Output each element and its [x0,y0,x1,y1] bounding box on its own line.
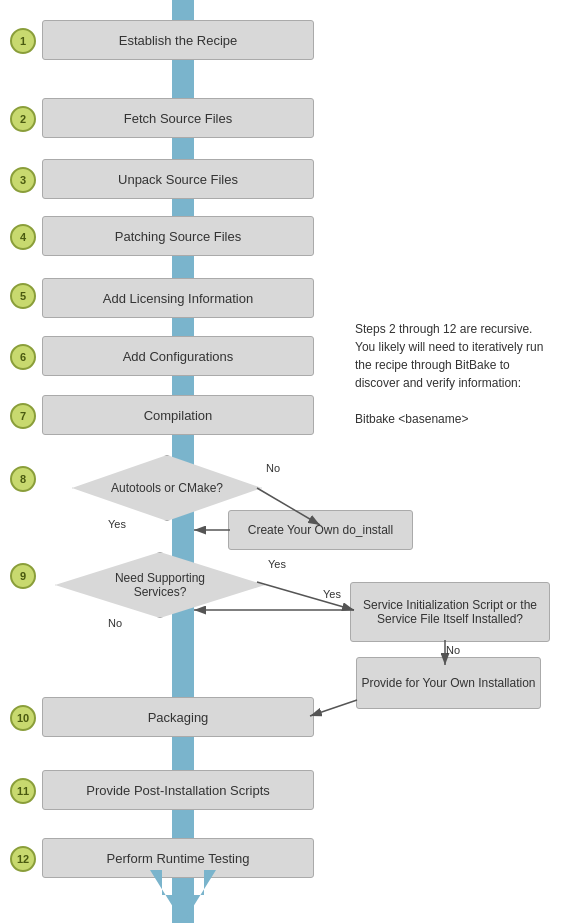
svg-line-6 [310,700,357,716]
step-circle-6: 6 [10,344,36,370]
provide-install-box: Provide for Your Own Installation [356,657,541,709]
step-circle-5: 5 [10,283,36,309]
yes-label-9: Yes [268,558,286,570]
note-box: Steps 2 through 12 are recursive. You li… [355,320,555,428]
no-label-9: No [108,617,122,629]
step-box-2: Fetch Source Files [42,98,314,138]
step-circle-2: 2 [10,106,36,132]
step-circle-3: 3 [10,167,36,193]
no-label-service: No [446,644,460,656]
step-box-6: Add Configurations [42,336,314,376]
step-box-7: Compilation [42,395,314,435]
no-label-8: No [266,462,280,474]
step-box-10: Packaging [42,697,314,737]
step-circle-9: 9 [10,563,36,589]
diagram-container: 1 Establish the Recipe 2 Fetch Source Fi… [0,0,571,923]
yes-label-service: Yes [323,588,341,600]
step-box-4: Patching Source Files [42,216,314,256]
step-box-5: Add Licensing Information [42,278,314,318]
service-init-box: Service Initialization Script or the Ser… [350,582,550,642]
step-circle-8: 8 [10,466,36,492]
step-circle-10: 10 [10,705,36,731]
diamond-9: Need Supporting Services? [55,552,265,618]
step-circle-12: 12 [10,846,36,872]
step-box-12: Perform Runtime Testing [42,838,314,878]
step-box-3: Unpack Source Files [42,159,314,199]
step-box-11: Provide Post-Installation Scripts [42,770,314,810]
yes-label-8: Yes [108,518,126,530]
step-circle-4: 4 [10,224,36,250]
step-circle-11: 11 [10,778,36,804]
step-box-1: Establish the Recipe [42,20,314,60]
step-circle-7: 7 [10,403,36,429]
step-circle-1: 1 [10,28,36,54]
create-install-box: Create Your Own do_install [228,510,413,550]
